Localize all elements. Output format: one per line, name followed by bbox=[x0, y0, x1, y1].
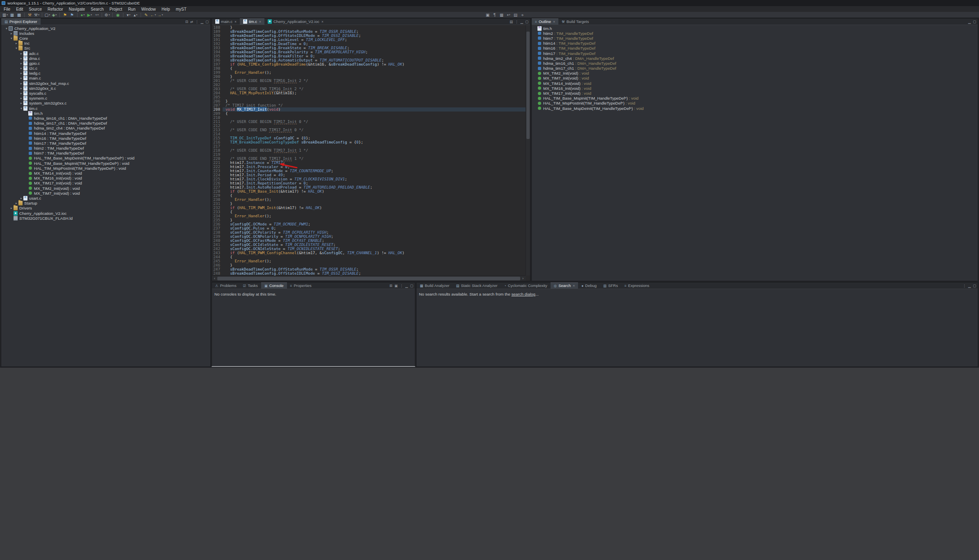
tree-item[interactable]: ▾Core bbox=[1, 36, 210, 41]
view-menu-icon[interactable]: ⋮ bbox=[400, 284, 403, 288]
menu-source[interactable]: Source bbox=[26, 6, 45, 12]
code-line[interactable]: 228 if (HAL_TIM_Base_Init(&htim17) != HA… bbox=[212, 189, 526, 193]
external-tools-button[interactable]: ⚙▾ bbox=[104, 12, 110, 18]
build-select-button[interactable]: ⚒▾ bbox=[34, 12, 40, 18]
tree-item[interactable]: ▸gpio.c bbox=[1, 61, 210, 66]
flag-debug-config-button[interactable]: ⚑ bbox=[62, 12, 68, 18]
tree-item[interactable]: htim17 : TIM_HandleTypeDef bbox=[1, 141, 210, 146]
run-button[interactable]: ▶▾ bbox=[87, 12, 93, 18]
code-line[interactable]: 213 /* USER CODE END TIM17_Init 0 */ bbox=[212, 128, 526, 132]
save-button[interactable]: ▦ bbox=[9, 12, 15, 18]
code-line[interactable]: 245 Error_Handler(); bbox=[212, 259, 526, 263]
outline-item[interactable]: htim7 : TIM_HandleTypeDef bbox=[532, 36, 978, 41]
editor-horizontal-scrollbar[interactable]: ‹ › bbox=[212, 275, 526, 281]
outline-item[interactable]: HAL_TIM_MspPostInit(TIM_HandleTypeDef*) … bbox=[532, 101, 978, 106]
outline-item[interactable]: hdma_tim2_ch4 : DMA_HandleTypeDef bbox=[532, 56, 978, 61]
code-line[interactable]: 211 /* USER CODE BEGIN TIM17_Init 0 */ bbox=[212, 120, 526, 124]
tree-item[interactable]: STM32G071CBUX_FLASH.ld bbox=[1, 216, 210, 221]
outline-item[interactable]: htim2 : TIM_HandleTypeDef bbox=[532, 31, 978, 36]
outline-item[interactable]: hdma_tim16_ch1 : DMA_HandleTypeDef bbox=[532, 61, 978, 66]
expander-icon[interactable]: ▸ bbox=[19, 57, 23, 60]
next-annotation-button[interactable]: ▾▾ bbox=[125, 12, 132, 18]
expander-icon[interactable]: ▸ bbox=[19, 101, 23, 105]
horizontal-scroll-thumb[interactable] bbox=[217, 277, 520, 280]
expander-icon[interactable]: ▸ bbox=[19, 196, 23, 200]
menu-refactor[interactable]: Refactor bbox=[45, 6, 66, 12]
build-button[interactable]: ⚒ bbox=[27, 12, 33, 18]
expander-icon[interactable]: ▸ bbox=[19, 66, 23, 70]
tab-build-analyzer[interactable]: ▦Build Analyzer bbox=[417, 282, 453, 289]
tree-item[interactable]: MX_TIM16_Init(void) : void bbox=[1, 176, 210, 181]
maximize-icon[interactable]: ▢ bbox=[205, 20, 209, 24]
tree-item[interactable]: ▸usart.c bbox=[1, 196, 210, 200]
tree-item[interactable]: ▸system_stm32g0xx.c bbox=[1, 101, 210, 106]
coverage-button[interactable]: ◉ bbox=[115, 12, 121, 18]
minimize-icon[interactable]: ▁ bbox=[405, 284, 408, 288]
tree-item[interactable]: ▸iwdg.c bbox=[1, 71, 210, 76]
expander-icon[interactable]: ▾ bbox=[9, 36, 14, 40]
code-line[interactable]: 232 if (HAL_TIM_PWM_Init(&htim17) != HAL… bbox=[212, 206, 526, 210]
tree-item[interactable]: MX_TIM17_Init(void) : void bbox=[1, 181, 210, 186]
outline-item[interactable]: hdma_tim17_ch1 : DMA_HandleTypeDef bbox=[532, 66, 978, 71]
prev-annotation-button[interactable]: ▴▾ bbox=[132, 12, 139, 18]
tab-project-explorer[interactable]: ▤Project Explorer bbox=[1, 18, 41, 25]
block-selection-button[interactable]: ▦ bbox=[499, 12, 505, 18]
back-button[interactable]: ←▾ bbox=[150, 12, 156, 18]
tab-cherry-application-v2-ioc[interactable]: Cherry_Application_V2.ioc× bbox=[264, 18, 327, 25]
code-line[interactable]: 243 if (HAL_TIM_PWM_ConfigChannel(&htim1… bbox=[212, 251, 526, 255]
tree-item[interactable]: htim14 : TIM_HandleTypeDef bbox=[1, 131, 210, 136]
expander-icon[interactable]: ▾ bbox=[19, 107, 23, 110]
close-icon[interactable]: × bbox=[573, 284, 575, 288]
tree-item[interactable]: ▸main.c bbox=[1, 76, 210, 81]
outline-item[interactable]: MX_TIM2_Init(void) : void bbox=[532, 71, 978, 76]
expander-icon[interactable]: ▸ bbox=[19, 52, 23, 55]
tree-item[interactable]: ▾Src bbox=[1, 46, 210, 51]
collapse-all-icon[interactable]: ⊟ bbox=[185, 20, 188, 24]
outline-item[interactable]: HAL_TIM_Base_MspInit(TIM_HandleTypeDef*)… bbox=[532, 96, 978, 101]
code-line[interactable]: 208void MX_TIM17_Init(void) bbox=[212, 107, 526, 112]
display-selected-console-icon[interactable]: ▣ bbox=[394, 284, 398, 288]
tree-item[interactable]: ▸Drivers bbox=[1, 206, 210, 211]
tree-item[interactable]: ▸adc.c bbox=[1, 51, 210, 56]
expander-icon[interactable]: ▸ bbox=[9, 206, 14, 210]
link-with-editor-icon[interactable]: ⇄ bbox=[190, 20, 193, 24]
expander-icon[interactable]: ▸ bbox=[9, 32, 14, 35]
project-explorer-tree[interactable]: ▾Cherry_Application_V2▸Includes▾Core▸Inc… bbox=[1, 25, 210, 367]
flag-board-button[interactable]: ⚑ bbox=[69, 12, 75, 18]
outline-item[interactable]: HAL_TIM_Base_MspDeInit(TIM_HandleTypeDef… bbox=[532, 106, 978, 111]
menu-run[interactable]: Run bbox=[125, 6, 138, 12]
code-lines[interactable]: 188 }189 sBreakDeadTimeConfig.OffStateRu… bbox=[212, 25, 526, 275]
tab-expressions[interactable]: ≡Expressions bbox=[621, 282, 653, 289]
new-source-button[interactable]: ▢▾ bbox=[44, 12, 50, 18]
tree-item[interactable]: ▾Cherry_Application_V2 bbox=[1, 26, 210, 31]
tab-main-c[interactable]: main.c× bbox=[212, 18, 240, 25]
menu-myst[interactable]: myST bbox=[173, 6, 189, 12]
editor-presentation-button[interactable]: ▤ bbox=[512, 12, 519, 18]
code-line[interactable]: 234 Error_Handler(); bbox=[212, 214, 526, 218]
outline-item[interactable]: htim17 : TIM_HandleTypeDef bbox=[532, 51, 978, 56]
tab-tasks[interactable]: ☑Tasks bbox=[240, 282, 261, 289]
tab-properties[interactable]: ≡Properties bbox=[287, 282, 315, 289]
tree-item[interactable]: ▸stm32g0xx_it.c bbox=[1, 86, 210, 91]
tree-item[interactable]: ▸Includes bbox=[1, 31, 210, 36]
open-console-icon[interactable]: ⊞ bbox=[389, 284, 392, 288]
vertical-scroll-thumb[interactable] bbox=[526, 32, 530, 139]
outline-item[interactable]: htim14 : TIM_HandleTypeDef bbox=[532, 41, 978, 46]
tree-item[interactable]: htim2 : TIM_HandleTypeDef bbox=[1, 146, 210, 151]
close-icon[interactable]: × bbox=[235, 20, 237, 24]
outline-item[interactable]: tim.h bbox=[532, 26, 978, 31]
tab-outline[interactable]: ≡Outline× bbox=[532, 18, 558, 25]
tree-item[interactable]: ▸syscalls.c bbox=[1, 91, 210, 96]
tree-item[interactable]: htim16 : TIM_HandleTypeDef bbox=[1, 136, 210, 141]
tree-item[interactable]: ▸sysmem.c bbox=[1, 96, 210, 101]
expander-icon[interactable]: ▸ bbox=[14, 201, 18, 205]
last-edit-location-button[interactable]: ✎ bbox=[143, 12, 149, 18]
expander-icon[interactable]: ▸ bbox=[19, 61, 23, 65]
tree-item[interactable]: ▸i2c.c bbox=[1, 66, 210, 71]
view-menu-icon[interactable]: ⋮ bbox=[515, 20, 519, 24]
tab-search[interactable]: ◎Search× bbox=[551, 282, 578, 289]
close-icon[interactable]: × bbox=[553, 20, 555, 24]
expander-icon[interactable]: ▸ bbox=[19, 82, 23, 85]
tab-sfrs[interactable]: ▥SFRs bbox=[600, 282, 621, 289]
code-editor[interactable]: 188 }189 sBreakDeadTimeConfig.OffStateRu… bbox=[212, 25, 530, 281]
